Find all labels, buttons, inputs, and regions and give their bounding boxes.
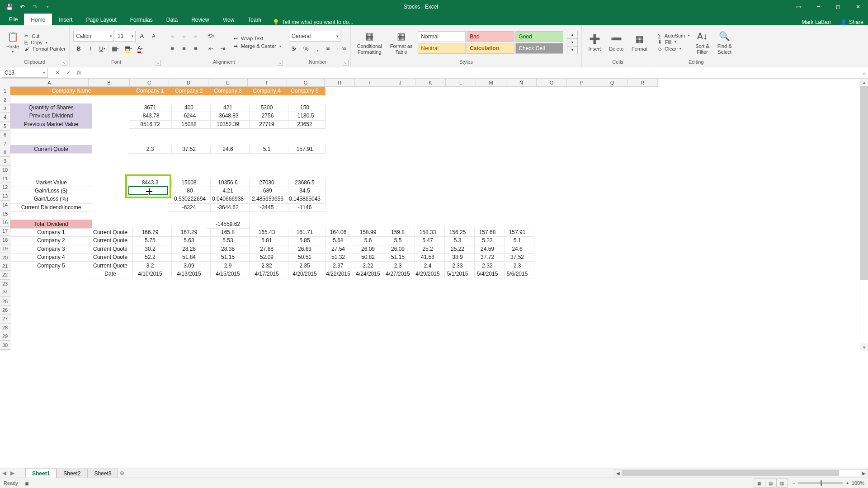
cell[interactable]: Gain/Loss ($) (10, 187, 92, 195)
cell[interactable]: -3644.62 (207, 203, 250, 212)
cell[interactable]: Company 5 (284, 87, 326, 95)
row-header[interactable]: 31 (0, 350, 10, 351)
align-right-icon[interactable]: ≡ (190, 43, 201, 54)
redo-icon[interactable]: ↷ (29, 1, 41, 13)
cell[interactable]: 4/27/2015 (381, 270, 415, 278)
cell[interactable]: 4/24/2015 (351, 270, 385, 278)
insert-cells-button[interactable]: ➕Insert (585, 32, 604, 52)
cell[interactable]: 50.51 (284, 253, 326, 262)
cell[interactable]: 37.52 (168, 145, 211, 154)
cell[interactable]: 4/17/2015 (245, 270, 288, 278)
row-header[interactable]: 5 (0, 122, 10, 131)
cell[interactable]: 51.84 (168, 253, 211, 262)
row-header[interactable]: 6 (0, 131, 10, 139)
worksheet-grid[interactable]: ABCDEFGHIJKLMNOPQR 123456789101112131415… (0, 79, 868, 351)
cell[interactable]: 5/4/2015 (471, 270, 505, 278)
orientation-icon[interactable]: ⟲▾ (206, 31, 217, 42)
expand-formula-bar-icon[interactable]: ⌄ (860, 70, 868, 76)
cell[interactable]: 150 (284, 103, 326, 112)
column-header[interactable]: A (10, 79, 89, 87)
dialog-launcher-icon[interactable]: ↘ (277, 60, 283, 66)
select-all-corner[interactable] (0, 79, 11, 87)
cell[interactable]: 28.38 (207, 245, 250, 253)
cell[interactable]: -6324 (168, 203, 211, 212)
cell[interactable]: 24.6 (207, 145, 250, 154)
cell[interactable]: 26.63 (284, 245, 326, 253)
cell[interactable]: 37.52 (500, 253, 534, 262)
ribbon-display-icon[interactable]: ▭ (788, 0, 808, 14)
row-header[interactable]: 21 (0, 262, 10, 271)
cell[interactable]: 51.32 (321, 253, 355, 262)
cell[interactable]: Previous Dividend (10, 112, 92, 120)
cell[interactable]: 5.68 (321, 236, 355, 245)
save-icon[interactable]: 💾 (4, 1, 15, 13)
cell[interactable]: 3.09 (168, 261, 211, 270)
cell[interactable]: 10352.39 (207, 120, 250, 129)
row-headers[interactable]: 1234567891011121314151617181920212223242… (0, 87, 10, 351)
paste-button[interactable]: 📋 Paste ▾ (4, 29, 22, 55)
cell[interactable]: Company 3 (207, 87, 250, 95)
row-header[interactable]: 30 (0, 341, 10, 349)
cell[interactable]: 27030 (245, 178, 288, 187)
cell[interactable]: 4/29/2015 (411, 270, 445, 278)
cell[interactable]: 5.23 (471, 236, 505, 245)
cell[interactable]: 27.68 (245, 245, 288, 253)
tell-me-search[interactable]: 💡Tell me what you want to do... (273, 19, 354, 25)
qat-customize-icon[interactable]: ▾ (42, 1, 53, 13)
row-header[interactable]: 9 (0, 157, 10, 165)
cell[interactable]: Total Dividend (10, 220, 92, 228)
cell[interactable]: Current Quote (10, 145, 92, 154)
cell[interactable]: 5/6/2015 (500, 270, 534, 278)
row-header[interactable]: 3 (0, 104, 10, 113)
row-header[interactable]: 8 (0, 148, 10, 157)
cell[interactable]: 51.15 (207, 253, 250, 262)
cell[interactable]: 8443.3 (129, 178, 172, 187)
cell[interactable]: 165.8 (207, 228, 250, 237)
row-header[interactable]: 24 (0, 288, 10, 297)
vertical-scroll-thumb[interactable] (860, 86, 868, 280)
cell[interactable]: 34.5 (284, 187, 326, 195)
cell[interactable]: -6244 (168, 112, 211, 120)
dialog-launcher-icon[interactable]: ↘ (155, 60, 161, 66)
close-icon[interactable]: ✕ (848, 0, 868, 14)
font-size-combo[interactable]: 11▾ (115, 31, 136, 42)
cell[interactable]: 164.06 (321, 228, 355, 237)
cell[interactable]: 23686.5 (284, 178, 326, 187)
cell[interactable]: 157.91 (284, 145, 326, 154)
column-header[interactable]: D (169, 79, 208, 87)
cell[interactable]: 5.1 (500, 236, 534, 245)
cell[interactable]: 5.6 (351, 236, 385, 245)
column-header[interactable]: P (567, 79, 597, 87)
cell[interactable]: Quantity of Shares (10, 103, 92, 112)
row-header[interactable]: 7 (0, 139, 10, 148)
cell[interactable]: Company 2 (10, 236, 92, 245)
cell[interactable]: 3.2 (129, 261, 172, 270)
cell[interactable]: 2.32 (245, 261, 288, 270)
cell[interactable]: -1180.5 (284, 112, 326, 120)
row-header[interactable]: 2 (0, 95, 10, 104)
cell[interactable]: 4/10/2015 (129, 270, 172, 278)
cell[interactable]: Company 3 (10, 245, 92, 253)
name-box[interactable]: C13▾ (2, 68, 48, 78)
grow-font-icon[interactable]: A (137, 31, 147, 42)
cell[interactable]: 5.5 (381, 236, 415, 245)
cell[interactable]: 157.91 (500, 228, 534, 237)
cell[interactable]: 2.4 (411, 261, 445, 270)
cell[interactable]: Company 1 (129, 87, 172, 95)
column-header[interactable]: J (385, 79, 415, 87)
enter-formula-icon[interactable]: ✓ (63, 70, 73, 76)
underline-button[interactable]: U▾ (97, 43, 108, 54)
cell[interactable]: 2.32 (471, 261, 505, 270)
cell[interactable]: 50.82 (351, 253, 385, 262)
column-header[interactable]: Q (597, 79, 627, 87)
font-name-combo[interactable]: Calibri▾ (73, 31, 114, 42)
cell[interactable]: 4.21 (207, 187, 250, 195)
row-header[interactable]: 27 (0, 314, 10, 323)
row-header[interactable]: 17 (0, 227, 10, 235)
cell[interactable]: 161.71 (284, 228, 326, 237)
cell[interactable]: 3671 (129, 103, 172, 112)
format-as-table-button[interactable]: ▦Format as Table (387, 29, 415, 55)
column-header[interactable]: C (130, 79, 169, 87)
cell[interactable]: 2.9 (207, 261, 250, 270)
fx-icon[interactable]: fx (74, 70, 84, 76)
